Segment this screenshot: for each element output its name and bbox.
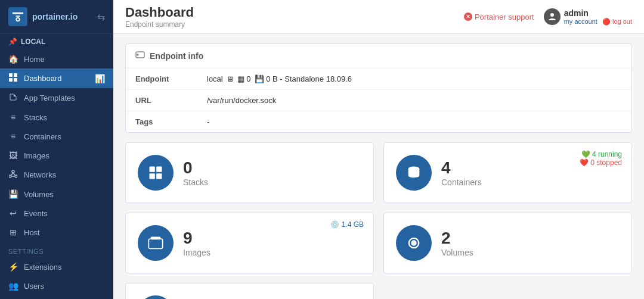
- stacks-label: Stacks: [183, 177, 361, 187]
- svg-rect-17: [156, 167, 162, 172]
- page-title: Dashboard: [125, 5, 194, 20]
- sidebar-item-users-label: Users: [24, 282, 105, 291]
- sidebar-item-extensions[interactable]: ⚡ Extensions: [0, 257, 113, 276]
- right-stats: 4 Containers 💚 4 running ❤️ 0 stopped: [383, 142, 632, 299]
- sidebar-item-app-templates[interactable]: App Templates: [0, 88, 113, 108]
- svg-rect-21: [151, 237, 160, 240]
- sidebar-item-users[interactable]: 👥 Users: [0, 276, 113, 295]
- users-icon: 👥: [8, 281, 18, 291]
- admin-links: my account 🔴 log out: [564, 18, 632, 26]
- sidebar-item-host[interactable]: ⊞ Host: [0, 223, 113, 242]
- app-templates-icon: [8, 93, 18, 103]
- home-icon: 🏠: [8, 54, 18, 64]
- sidebar-local-label: 📌 LOCAL: [0, 34, 113, 49]
- host-icon: ⊞: [8, 228, 18, 237]
- sidebar: portainer.io ⇆ 📌 LOCAL 🏠 Home Dashboard …: [0, 0, 113, 299]
- endpoint-info-header: Endpoint info: [126, 44, 631, 68]
- logout-link[interactable]: 🔴 log out: [602, 18, 632, 26]
- stacks-icon: ≡: [8, 113, 18, 122]
- sidebar-item-containers[interactable]: ≡ Containers: [0, 127, 113, 146]
- containers-icon: ≡: [8, 132, 18, 141]
- containers-status-extra: 💚 4 running ❤️ 0 stopped: [580, 150, 622, 167]
- svg-rect-3: [9, 73, 13, 77]
- endpoint-val-tags: -: [207, 117, 209, 126]
- support-link[interactable]: ✕ Portainer support: [464, 13, 534, 21]
- svg-rect-20: [148, 239, 162, 248]
- topbar: Dashboard Endpoint summary ✕ Portainer s…: [113, 0, 644, 34]
- admin-avatar: [544, 8, 561, 25]
- svg-point-2: [16, 18, 20, 21]
- volumes-count: 2: [441, 229, 620, 248]
- sidebar-toggle-icon[interactable]: ⇆: [97, 11, 105, 23]
- svg-point-13: [550, 13, 554, 17]
- svg-rect-16: [150, 167, 155, 172]
- disk-icon: 💿: [330, 220, 339, 229]
- endpoint-key-tags: Tags: [135, 117, 207, 126]
- svg-point-15: [137, 54, 138, 55]
- volumes-icon-circle: [396, 225, 432, 261]
- svg-rect-0: [13, 13, 23, 14]
- page-subtitle: Endpoint summary: [125, 20, 194, 29]
- sidebar-item-images[interactable]: 🖼 Images: [0, 146, 113, 165]
- sidebar-item-images-label: Images: [24, 151, 105, 160]
- svg-rect-18: [150, 173, 155, 179]
- left-stats: 0 Stacks 9 Images: [125, 142, 374, 299]
- images-stat-card[interactable]: 9 Images 💿 1.4 GB: [125, 213, 374, 273]
- svg-line-11: [13, 173, 15, 175]
- sidebar-item-stacks[interactable]: ≡ Stacks: [0, 108, 113, 127]
- admin-section: admin my account 🔴 log out: [544, 8, 632, 26]
- svg-rect-5: [9, 78, 13, 82]
- sidebar-item-stacks-label: Stacks: [24, 113, 105, 122]
- endpoint-header-icon: [135, 50, 145, 62]
- sidebar-item-networks[interactable]: Networks: [0, 165, 113, 185]
- networks-stat-card[interactable]: 4 Networks: [125, 283, 374, 299]
- images-count: 9: [183, 229, 361, 248]
- endpoint-value-local: local: [207, 74, 223, 83]
- svg-rect-6: [14, 78, 17, 82]
- sidebar-item-app-templates-label: App Templates: [24, 94, 105, 102]
- sidebar-item-volumes[interactable]: 💾 Volumes: [0, 185, 113, 204]
- settings-section-label: SETTINGS: [0, 242, 113, 257]
- my-account-link[interactable]: my account: [564, 18, 597, 26]
- containers-icon-circle: [396, 155, 432, 191]
- endpoint-key-endpoint: Endpoint: [135, 74, 207, 83]
- containers-stat-card[interactable]: 4 Containers 💚 4 running ❤️ 0 stopped: [383, 142, 632, 203]
- networks-icon-circle: [138, 295, 174, 299]
- containers-stopped: ❤️ 0 stopped: [580, 158, 622, 167]
- sidebar-logo: portainer.io ⇆: [0, 0, 113, 34]
- volumes-stat-card[interactable]: 2 Volumes: [383, 213, 632, 273]
- endpoint-row-endpoint: Endpoint local 🖥 ▦ 0 💾 0 B - Standalone …: [126, 68, 631, 90]
- endpoint-info-title: Endpoint info: [150, 51, 203, 61]
- images-icon-circle: [138, 225, 174, 261]
- stacks-stat-card[interactable]: 0 Stacks: [125, 142, 374, 203]
- sidebar-item-host-label: Host: [24, 228, 105, 237]
- volumes-icon: 💾: [8, 189, 18, 199]
- endpoint-row-url: URL /var/run/docker.sock: [126, 90, 631, 111]
- sidebar-item-home[interactable]: 🏠 Home: [0, 49, 113, 68]
- sidebar-item-events[interactable]: ↩ Events: [0, 204, 113, 223]
- svg-point-7: [12, 170, 14, 173]
- sidebar-item-networks-label: Networks: [24, 170, 105, 179]
- endpoint-container-count: ▦ 0: [237, 74, 251, 83]
- stats-grid: 0 Stacks 9 Images: [125, 142, 632, 299]
- sidebar-logo-text: portainer.io: [32, 12, 78, 21]
- sidebar-item-containers-label: Containers: [24, 132, 105, 141]
- images-stat-info: 9 Images: [183, 229, 361, 257]
- svg-rect-19: [156, 173, 162, 179]
- sidebar-item-dashboard[interactable]: Dashboard 📊: [0, 68, 113, 88]
- portainer-logo-icon: [8, 7, 27, 26]
- heart-red-icon: ❤️: [580, 158, 589, 167]
- stacks-icon-circle: [138, 155, 174, 191]
- support-dot-icon: ✕: [464, 13, 472, 21]
- content-area: Endpoint info Endpoint local 🖥 ▦ 0 💾 0 B…: [113, 34, 644, 299]
- volumes-label: Volumes: [441, 248, 620, 257]
- extensions-icon: ⚡: [8, 262, 18, 272]
- svg-point-31: [413, 242, 414, 244]
- svg-point-8: [9, 175, 11, 177]
- support-label: Portainer support: [475, 13, 534, 21]
- endpoint-key-url: URL: [135, 96, 207, 105]
- sidebar-item-endpoints[interactable]: 🔌 Endpoints: [0, 295, 113, 299]
- endpoint-row-tags: Tags -: [126, 111, 631, 132]
- endpoint-info-card: Endpoint info Endpoint local 🖥 ▦ 0 💾 0 B…: [125, 43, 632, 133]
- images-icon: 🖼: [8, 151, 18, 160]
